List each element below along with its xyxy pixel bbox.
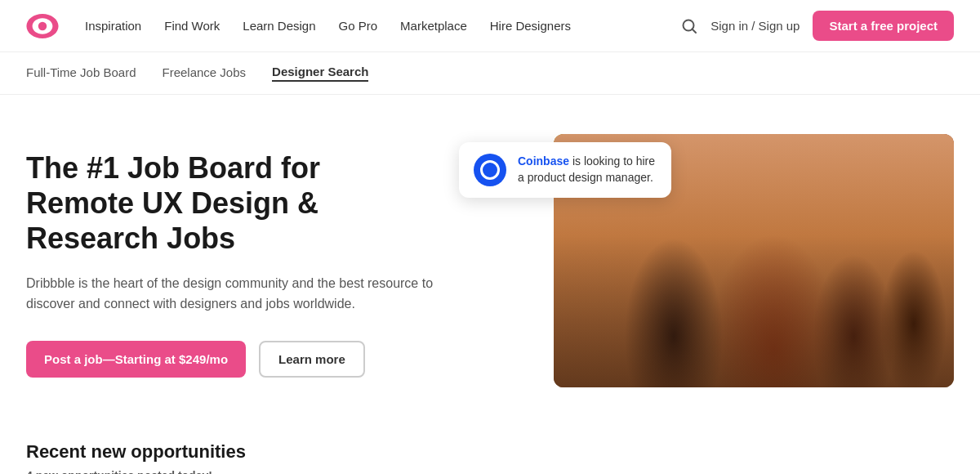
nav-right: Sign in / Sign up Start a free project bbox=[681, 11, 954, 41]
hero-buttons: Post a job—Starting at $249/mo Learn mor… bbox=[26, 341, 434, 378]
coinbase-logo bbox=[474, 154, 506, 186]
svg-point-0 bbox=[38, 21, 47, 29]
coinbase-logo-inner bbox=[480, 160, 500, 180]
learn-more-button[interactable]: Learn more bbox=[259, 341, 365, 378]
nav-links: Inspiration Find Work Learn Design Go Pr… bbox=[85, 19, 681, 33]
sub-nav-designer-search[interactable]: Designer Search bbox=[272, 65, 368, 82]
nav-find-work[interactable]: Find Work bbox=[164, 19, 220, 33]
hero-left: The #1 Job Board for Remote UX Design & … bbox=[26, 134, 434, 378]
svg-line-2 bbox=[693, 29, 697, 33]
sub-nav-freelance[interactable]: Freelance Jobs bbox=[163, 65, 247, 81]
nav-learn-design[interactable]: Learn Design bbox=[243, 19, 315, 33]
coinbase-card: Coinbase is looking to hire a product de… bbox=[459, 142, 671, 198]
start-project-button[interactable]: Start a free project bbox=[813, 11, 954, 41]
hero-section: The #1 Job Board for Remote UX Design & … bbox=[0, 95, 980, 422]
sub-nav: Full-Time Job Board Freelance Jobs Desig… bbox=[0, 52, 980, 95]
sub-nav-full-time[interactable]: Full-Time Job Board bbox=[26, 65, 136, 81]
nav-go-pro[interactable]: Go Pro bbox=[339, 19, 378, 33]
recent-section: Recent new opportunities 4 new opportuni… bbox=[0, 422, 980, 474]
recent-subtitle: 4 new opportunities posted today! bbox=[26, 469, 954, 474]
search-button[interactable] bbox=[681, 18, 697, 34]
coinbase-company: Coinbase bbox=[518, 154, 569, 168]
sign-in-link[interactable]: Sign in / Sign up bbox=[710, 19, 800, 33]
recent-title: Recent new opportunities bbox=[26, 441, 954, 463]
navbar: Inspiration Find Work Learn Design Go Pr… bbox=[0, 0, 980, 52]
coinbase-text: Coinbase is looking to hire a product de… bbox=[518, 154, 657, 186]
search-icon bbox=[681, 18, 697, 34]
hero-description: Dribbble is the heart of the design comm… bbox=[26, 273, 434, 315]
nav-marketplace[interactable]: Marketplace bbox=[400, 19, 467, 33]
nav-hire-designers[interactable]: Hire Designers bbox=[490, 19, 571, 33]
hero-right: Coinbase is looking to hire a product de… bbox=[467, 134, 954, 396]
logo[interactable] bbox=[26, 14, 59, 38]
nav-inspiration[interactable]: Inspiration bbox=[85, 19, 141, 33]
post-job-button[interactable]: Post a job—Starting at $249/mo bbox=[26, 341, 246, 378]
hero-title: The #1 Job Board for Remote UX Design & … bbox=[26, 150, 434, 257]
